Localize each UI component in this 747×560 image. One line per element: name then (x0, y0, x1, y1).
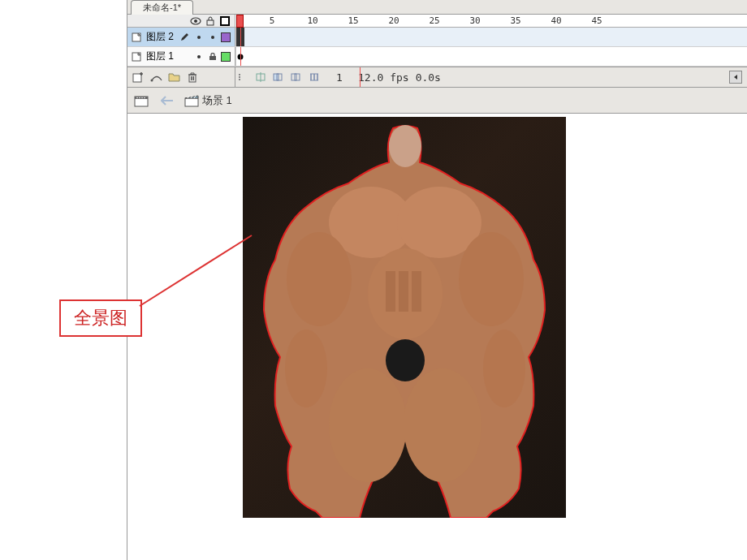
layer-control-2[interactable]: 图层 2 (127, 28, 235, 46)
svg-point-20 (144, 97, 145, 98)
svg-rect-2 (207, 20, 214, 25)
timeline-header: 1 5 10 15 20 25 30 35 40 45 (127, 15, 747, 28)
visibility-dot[interactable] (193, 32, 205, 43)
new-layer-icon[interactable] (132, 71, 145, 84)
onion-skin-icon[interactable] (272, 71, 285, 84)
svg-rect-5 (209, 56, 216, 60)
svg-point-25 (287, 232, 352, 326)
annotation-callout: 全景图 (59, 299, 142, 337)
layer-control-1[interactable]: 图层 1 (127, 47, 235, 66)
svg-rect-34 (399, 271, 408, 312)
timeline-status-bar: 1 12.0 fps 0.0s (127, 67, 747, 88)
scroll-left-button[interactable] (729, 71, 742, 84)
edit-multiple-frames-icon[interactable] (308, 71, 321, 84)
svg-point-28 (386, 339, 425, 381)
left-gutter (0, 0, 127, 560)
playhead[interactable] (236, 15, 244, 28)
onion-skin-outlines-icon[interactable] (290, 71, 303, 84)
layer-name-label: 图层 1 (146, 50, 175, 63)
pencil-icon (179, 32, 190, 43)
document-tab[interactable]: 未命名-1* (131, 0, 193, 15)
scene-name-text: 场景 1 (202, 93, 232, 108)
lock-icon[interactable] (208, 52, 218, 62)
document-tab-label: 未命名-1* (143, 2, 181, 12)
annotation-label: 全景图 (74, 308, 127, 328)
layer-track[interactable] (235, 47, 747, 66)
layer-column-header (127, 15, 235, 27)
svg-point-17 (136, 97, 138, 98)
folder-icon[interactable] (168, 71, 181, 84)
layers-panel: 图层 2 图层 1 (127, 28, 747, 67)
new-motion-guide-icon[interactable] (150, 71, 163, 84)
clapperboard-icon (184, 94, 199, 107)
drag-handle-icon[interactable] (235, 67, 244, 87)
lock-column-icon[interactable] (205, 15, 216, 27)
layer-row[interactable]: 图层 1 (127, 47, 747, 67)
scene-label[interactable]: 场景 1 (184, 93, 232, 108)
page-icon (132, 52, 143, 62)
svg-point-32 (483, 330, 525, 407)
tab-bar: 未命名-1* (127, 0, 747, 15)
playhead-line (240, 47, 241, 66)
svg-point-1 (194, 19, 197, 23)
layer-tools (127, 67, 235, 87)
playhead-line (240, 28, 241, 46)
page-icon (132, 32, 143, 42)
timeline-status-info: 1 12.0 fps 0.0s (244, 71, 747, 84)
svg-rect-14 (295, 74, 300, 80)
svg-rect-35 (412, 271, 421, 312)
stage-canvas[interactable] (127, 114, 747, 560)
svg-point-19 (141, 97, 143, 98)
layer-color-swatch[interactable] (221, 52, 231, 62)
pencil-slot-empty (179, 51, 190, 62)
eye-icon[interactable] (190, 15, 201, 27)
layer-color-swatch[interactable] (221, 32, 231, 42)
svg-point-18 (139, 97, 140, 98)
svg-rect-13 (291, 74, 296, 80)
svg-rect-11 (274, 74, 279, 80)
timeline-ruler[interactable]: 1 5 10 15 20 25 30 35 40 45 (235, 15, 747, 27)
app-panel: 未命名-1* 1 5 10 15 20 25 30 35 (127, 0, 747, 560)
svg-point-7 (151, 80, 153, 82)
center-frame-icon[interactable] (254, 71, 267, 84)
svg-point-26 (459, 232, 524, 326)
elapsed-time-value: 0.0s (416, 71, 441, 84)
back-arrow-icon[interactable] (158, 92, 176, 110)
lock-dot[interactable] (208, 32, 218, 42)
scene-bar: 场景 1 (127, 88, 747, 114)
edit-scene-icon[interactable] (132, 92, 150, 110)
layer-name-label: 图层 2 (146, 30, 175, 44)
svg-point-31 (285, 330, 327, 407)
visibility-dot[interactable] (193, 51, 205, 62)
svg-point-30 (404, 368, 481, 482)
layer-row[interactable]: 图层 2 (127, 28, 747, 47)
current-frame-value: 1 (327, 71, 352, 84)
svg-point-22 (389, 125, 421, 167)
fps-value: 12.0 fps (358, 71, 409, 84)
svg-point-29 (329, 368, 407, 482)
traced-outline (243, 117, 566, 518)
stage-image[interactable] (243, 117, 566, 518)
svg-rect-21 (185, 98, 198, 106)
outline-column-icon[interactable] (219, 15, 231, 27)
playhead-line-status (360, 67, 361, 87)
layer-track[interactable] (235, 28, 747, 46)
svg-rect-6 (133, 74, 141, 82)
trash-icon[interactable] (186, 71, 199, 84)
ruler-numbers: 1 5 10 15 20 25 30 35 40 45 (235, 15, 747, 28)
svg-rect-33 (386, 271, 395, 312)
